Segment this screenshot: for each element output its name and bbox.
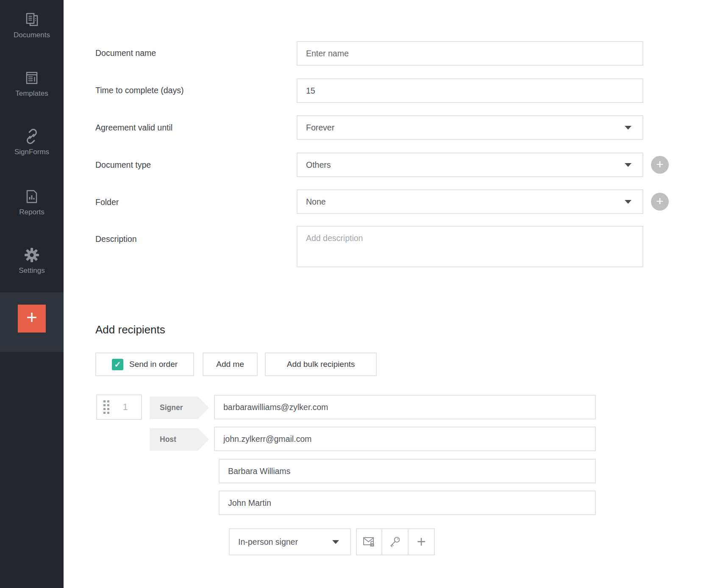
chevron-down-icon [625, 163, 631, 167]
folder-value: None [306, 197, 625, 207]
folder-label: Folder [95, 197, 119, 207]
sidebar-item-templates[interactable]: Templates [0, 69, 64, 98]
plus-icon: + [417, 534, 426, 549]
host-name-input[interactable] [219, 491, 596, 515]
recipient-order-box: 1 [96, 394, 142, 420]
send-in-order-label: Send in order [129, 360, 178, 369]
agreement-valid-value: Forever [306, 123, 625, 133]
sidebar-item-documents[interactable]: Documents [0, 11, 64, 39]
recipient-order-number: 1 [109, 402, 141, 413]
sidebar-item-label: Settings [0, 266, 64, 275]
key-icon [389, 535, 401, 548]
chevron-down-icon [332, 540, 339, 544]
add-me-button[interactable]: Add me [203, 352, 258, 376]
agreement-valid-select[interactable]: Forever [297, 115, 643, 140]
recipient-actions-group: + [356, 528, 435, 555]
mail-lock-icon [362, 536, 376, 548]
sidebar-item-label: Templates [0, 89, 64, 98]
document-type-label: Document type [95, 160, 151, 170]
document-type-value: Others [306, 160, 625, 170]
add-folder-button[interactable]: + [651, 193, 669, 211]
send-in-order-checkbox[interactable]: ✓ [112, 359, 123, 370]
sidebar-item-label: Reports [0, 208, 64, 216]
document-type-select[interactable]: Others [297, 153, 643, 177]
templates-icon [23, 69, 40, 86]
add-recipients-heading: Add recipients [95, 323, 165, 336]
plus-icon: + [656, 194, 664, 208]
sidebar-item-label: Documents [0, 31, 64, 39]
add-new-button[interactable]: + [18, 305, 46, 333]
signer-type-value: In-person signer [238, 537, 332, 547]
check-icon: ✓ [114, 360, 121, 369]
signer-role-tag: Signer [150, 397, 209, 419]
settings-icon [23, 247, 40, 263]
add-bulk-recipients-label: Add bulk recipients [287, 360, 355, 369]
private-message-button[interactable] [356, 528, 382, 555]
signer-email-input[interactable] [214, 395, 596, 419]
send-in-order-toggle[interactable]: ✓ Send in order [95, 352, 194, 376]
folder-select[interactable]: None [297, 189, 643, 214]
add-me-label: Add me [216, 360, 244, 369]
host-role-tag: Host [150, 428, 209, 451]
signer-type-select[interactable]: In-person signer [229, 528, 351, 555]
time-to-complete-input[interactable] [297, 78, 643, 103]
description-textarea[interactable] [297, 226, 643, 267]
authentication-button[interactable] [382, 528, 409, 555]
chevron-down-icon [625, 200, 631, 204]
add-bulk-recipients-button[interactable]: Add bulk recipients [265, 352, 377, 376]
sidebar-item-label: SignForms [0, 148, 64, 156]
signforms-icon [23, 128, 40, 145]
plus-icon: + [26, 307, 37, 327]
agreement-valid-label: Agreement valid until [95, 123, 172, 133]
plus-icon: + [656, 157, 664, 171]
sidebar-item-signforms[interactable]: SignForms [0, 128, 64, 156]
sidebar-active-section: + [0, 292, 64, 352]
add-document-type-button[interactable]: + [651, 156, 669, 174]
description-label: Description [95, 234, 137, 244]
time-to-complete-label: Time to complete (days) [95, 86, 184, 95]
sidebar: Documents Templates SignF [0, 0, 64, 588]
add-recipient-row-button[interactable]: + [409, 528, 435, 555]
sidebar-item-reports[interactable]: Reports [0, 188, 64, 216]
zoho-sign-create-document-page: Documents Templates SignF [0, 0, 712, 588]
chevron-down-icon [625, 126, 631, 130]
recipient-name-input[interactable] [219, 459, 596, 483]
documents-icon [23, 11, 40, 28]
reports-icon [23, 188, 40, 205]
document-name-label: Document name [95, 48, 156, 58]
sidebar-item-settings[interactable]: Settings [0, 247, 64, 275]
document-name-input[interactable] [297, 41, 643, 66]
host-email-input[interactable] [214, 427, 596, 451]
drag-handle-icon[interactable] [103, 400, 109, 414]
